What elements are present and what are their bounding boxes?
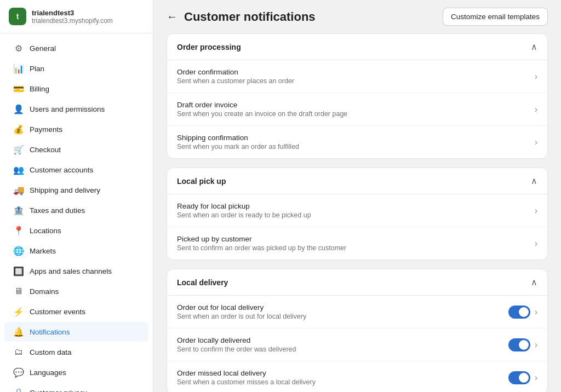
notif-right-ready-for-local-pickup: › — [535, 206, 537, 216]
notif-subtitle-order-confirmation: Sent when a customer places an order — [177, 77, 294, 85]
notif-text-order-out-for-local-delivery: Order out for local deliverySent when an… — [177, 303, 306, 320]
page-title-row: ← Customer notifications — [167, 10, 316, 24]
sidebar-nav: ⚙General📊Plan💳Billing👤Users and permissi… — [0, 33, 153, 392]
notif-subtitle-ready-for-local-pickup: Sent when an order is ready to be picked… — [177, 211, 311, 219]
notif-title-picked-up-by-customer: Picked up by customer — [177, 235, 346, 243]
customer-events-icon: ⚡ — [13, 306, 24, 317]
taxes-icon: 🏦 — [13, 205, 24, 216]
notif-text-order-locally-delivered: Order locally deliveredSent to confirm t… — [177, 336, 296, 353]
section-chevron-local-pickup: ∧ — [531, 176, 537, 186]
notifications-icon: 🔔 — [13, 326, 24, 337]
notif-text-order-confirmation: Order confirmationSent when a customer p… — [177, 68, 294, 85]
notification-item-ready-for-local-pickup[interactable]: Ready for local pickupSent when an order… — [167, 194, 547, 227]
sidebar-item-label-languages: Languages — [30, 368, 66, 377]
sidebar-item-shipping[interactable]: 🚚Shipping and delivery — [4, 180, 148, 200]
notif-subtitle-draft-order-invoice: Sent when you create an invoice on the d… — [177, 110, 347, 118]
sidebar-item-label-customer-accounts: Customer accounts — [30, 166, 93, 174]
notif-right-picked-up-by-customer: › — [535, 239, 537, 249]
sidebar-item-customer-privacy[interactable]: 🔒Customer privacy — [4, 383, 148, 392]
section-header-local-delivery[interactable]: Local delivery∧ — [167, 269, 547, 296]
apps-icon: 🔲 — [13, 266, 24, 276]
notification-item-shipping-confirmation[interactable]: Shipping confirmationSent when you mark … — [167, 126, 547, 158]
sidebar-item-label-customer-privacy: Customer privacy — [30, 389, 87, 393]
sidebar-item-plan[interactable]: 📊Plan — [4, 59, 148, 78]
notification-item-order-confirmation[interactable]: Order confirmationSent when a customer p… — [167, 60, 547, 93]
sidebar-item-label-plan: Plan — [30, 65, 44, 73]
sidebar-item-label-custom-data: Custom data — [30, 348, 72, 356]
sidebar-item-checkout[interactable]: 🛒Checkout — [4, 140, 148, 159]
notif-title-order-locally-delivered: Order locally delivered — [177, 336, 296, 344]
sidebar-item-label-payments: Payments — [30, 125, 62, 134]
notification-item-order-locally-delivered[interactable]: Order locally deliveredSent to confirm t… — [167, 328, 547, 361]
store-avatar: t — [9, 8, 26, 25]
sidebar-item-label-users: Users and permissions — [30, 105, 105, 113]
notif-title-order-missed-local-delivery: Order missed local delivery — [177, 369, 316, 377]
notif-right-draft-order-invoice: › — [535, 105, 537, 114]
languages-icon: 💬 — [13, 367, 24, 378]
sidebar-item-markets[interactable]: 🌐Markets — [4, 241, 148, 261]
notif-right-order-out-for-local-delivery: › — [508, 305, 537, 319]
notif-title-draft-order-invoice: Draft order invoice — [177, 101, 347, 109]
general-icon: ⚙ — [13, 43, 24, 54]
notif-title-order-confirmation: Order confirmation — [177, 68, 294, 76]
sidebar-item-custom-data[interactable]: 🗂Custom data — [4, 342, 148, 362]
sidebar-item-locations[interactable]: 📍Locations — [4, 221, 148, 240]
notification-item-order-missed-local-delivery[interactable]: Order missed local deliverySent when a c… — [167, 361, 547, 392]
section-chevron-order-processing: ∧ — [531, 42, 537, 52]
sidebar-item-label-notifications: Notifications — [30, 328, 70, 336]
notification-item-picked-up-by-customer[interactable]: Picked up by customerSent to confirm an … — [167, 227, 547, 260]
sidebar-item-domains[interactable]: 🖥Domains — [4, 281, 148, 301]
sidebar-item-apps[interactable]: 🔲Apps and sales channels — [4, 261, 148, 281]
notif-text-picked-up-by-customer: Picked up by customerSent to confirm an … — [177, 235, 346, 252]
billing-icon: 💳 — [13, 83, 24, 94]
section-local-delivery: Local delivery∧Order out for local deliv… — [167, 269, 548, 392]
section-title-local-delivery: Local delivery — [177, 278, 228, 287]
notification-item-draft-order-invoice[interactable]: Draft order invoiceSent when you create … — [167, 93, 547, 126]
customer-accounts-icon: 👥 — [13, 164, 24, 175]
sidebar-item-languages[interactable]: 💬Languages — [4, 362, 148, 382]
custom-data-icon: 🗂 — [13, 347, 24, 358]
content-area: Order processing∧Order confirmationSent … — [153, 33, 561, 392]
page-title: Customer notifications — [184, 10, 316, 24]
section-title-local-pickup: Local pick up — [177, 177, 226, 186]
top-bar: ← Customer notifications Customize email… — [153, 0, 561, 33]
customize-email-templates-button[interactable]: Customize email templates — [443, 8, 548, 26]
locations-icon: 📍 — [13, 225, 24, 236]
chevron-right-ready-for-local-pickup: › — [535, 206, 537, 216]
notification-item-order-out-for-local-delivery[interactable]: Order out for local deliverySent when an… — [167, 296, 547, 328]
sidebar-item-users[interactable]: 👤Users and permissions — [4, 99, 148, 119]
sidebar-item-taxes[interactable]: 🏦Taxes and duties — [4, 200, 148, 220]
chevron-right-shipping-confirmation: › — [535, 137, 537, 147]
store-name: trialendtest3 — [32, 9, 113, 17]
section-order-processing: Order processing∧Order confirmationSent … — [167, 33, 548, 159]
sidebar-item-customer-events[interactable]: ⚡Customer events — [4, 302, 148, 321]
section-header-local-pickup[interactable]: Local pick up∧ — [167, 168, 547, 194]
notif-text-ready-for-local-pickup: Ready for local pickupSent when an order… — [177, 202, 311, 219]
sidebar-item-customer-accounts[interactable]: 👥Customer accounts — [4, 160, 148, 180]
store-header[interactable]: t trialendtest3 trialendtest3.myshopify.… — [0, 0, 153, 33]
back-button[interactable]: ← — [167, 10, 178, 23]
section-header-order-processing[interactable]: Order processing∧ — [167, 34, 547, 60]
back-icon: ← — [167, 10, 178, 23]
payments-icon: 💰 — [13, 124, 24, 135]
notif-subtitle-order-out-for-local-delivery: Sent when an order is out for local deli… — [177, 313, 306, 320]
notif-text-draft-order-invoice: Draft order invoiceSent when you create … — [177, 101, 347, 118]
toggle-order-locally-delivered[interactable] — [508, 338, 530, 351]
sidebar-item-label-taxes: Taxes and duties — [30, 206, 85, 215]
store-initials: t — [16, 12, 19, 21]
sidebar-item-general[interactable]: ⚙General — [4, 38, 148, 58]
notif-subtitle-shipping-confirmation: Sent when you mark an order as fulfilled — [177, 143, 299, 151]
chevron-right-picked-up-by-customer: › — [535, 239, 537, 249]
toggle-order-out-for-local-delivery[interactable] — [508, 305, 530, 319]
notif-title-ready-for-local-pickup: Ready for local pickup — [177, 202, 311, 210]
shipping-icon: 🚚 — [13, 185, 24, 195]
sidebar-item-payments[interactable]: 💰Payments — [4, 119, 148, 139]
chevron-right-order-locally-delivered: › — [535, 340, 537, 350]
sidebar-item-notifications[interactable]: 🔔Notifications — [4, 322, 148, 342]
checkout-icon: 🛒 — [13, 144, 24, 155]
toggle-order-missed-local-delivery[interactable] — [508, 371, 530, 384]
users-icon: 👤 — [13, 103, 24, 114]
sidebar-item-billing[interactable]: 💳Billing — [4, 79, 148, 99]
chevron-right-order-out-for-local-delivery: › — [535, 307, 537, 317]
notif-right-order-locally-delivered: › — [508, 338, 537, 351]
